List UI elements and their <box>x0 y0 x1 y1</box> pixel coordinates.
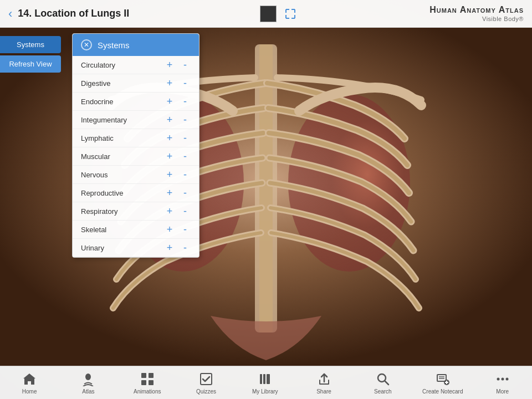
svg-rect-12 <box>263 374 265 384</box>
nav-item-notecard[interactable]: Create Notecard <box>422 371 463 395</box>
back-button[interactable]: ‹ <box>8 7 12 21</box>
system-name: Skeletal <box>81 226 164 234</box>
system-name: Nervous <box>81 171 164 179</box>
system-remove-button[interactable]: - <box>180 78 191 88</box>
system-controls: +- <box>164 133 191 143</box>
system-add-button[interactable]: + <box>164 151 175 161</box>
systems-button[interactable]: Systems <box>0 36 61 53</box>
library-icon <box>257 371 273 387</box>
system-add-button[interactable]: + <box>164 243 175 253</box>
page-title: 14. Location of Lungs II <box>18 8 129 19</box>
system-add-button[interactable]: + <box>164 188 175 198</box>
systems-panel: ✕ Systems Circulatory+-Digestive+-Endocr… <box>72 33 200 258</box>
system-row[interactable]: Endocrine+- <box>73 93 199 111</box>
system-row[interactable]: Integumentary+- <box>73 111 199 129</box>
app-title-sub: Visible Body® <box>429 16 524 23</box>
nav-item-animations[interactable]: Animations <box>128 371 167 395</box>
svg-point-5 <box>85 374 91 380</box>
systems-panel-header: ✕ Systems <box>73 34 199 56</box>
systems-list: Circulatory+-Digestive+-Endocrine+-Integ… <box>73 56 199 257</box>
svg-rect-7 <box>149 373 154 378</box>
app-header: ‹ 14. Location of Lungs II Human Anatomy… <box>0 0 532 28</box>
svg-rect-13 <box>267 374 270 384</box>
system-row[interactable]: Nervous+- <box>73 166 199 184</box>
system-name: Muscular <box>81 152 164 161</box>
system-remove-button[interactable]: - <box>180 151 191 161</box>
bottom-navigation: Home Atlas Animations <box>0 366 532 399</box>
quizzes-icon <box>198 371 214 387</box>
system-name: Lymphatic <box>81 134 164 142</box>
system-controls: +- <box>164 243 191 253</box>
system-row[interactable]: Reproductive+- <box>73 184 199 202</box>
system-add-button[interactable]: + <box>164 224 175 234</box>
svg-rect-6 <box>141 373 146 378</box>
system-remove-button[interactable]: - <box>180 133 191 143</box>
color-swatch[interactable] <box>260 6 277 22</box>
system-controls: +- <box>164 224 191 234</box>
nav-item-library[interactable]: My Library <box>245 371 284 395</box>
nav-item-search[interactable]: Search <box>364 371 402 395</box>
system-remove-button[interactable]: - <box>180 206 191 216</box>
nav-label-quizzes: Quizzes <box>196 388 216 395</box>
system-remove-button[interactable]: - <box>180 60 191 70</box>
nav-label-animations: Animations <box>134 388 161 395</box>
nav-label-home: Home <box>22 388 37 395</box>
system-row[interactable]: Muscular+- <box>73 147 199 166</box>
system-remove-button[interactable]: - <box>180 115 191 125</box>
system-row[interactable]: Urinary+- <box>73 239 199 257</box>
close-icon[interactable]: ✕ <box>81 39 92 50</box>
system-add-button[interactable]: + <box>164 96 175 106</box>
nav-label-search: Search <box>374 388 392 395</box>
system-controls: +- <box>164 78 191 88</box>
system-add-button[interactable]: + <box>164 60 175 70</box>
system-controls: +- <box>164 206 191 216</box>
share-icon <box>316 371 332 387</box>
system-remove-button[interactable]: - <box>180 224 191 234</box>
system-remove-button[interactable]: - <box>180 170 191 180</box>
refresh-view-button[interactable]: Refresh View <box>0 55 61 73</box>
app-title-main: Human Anatomy Atlas <box>429 4 524 15</box>
svg-line-15 <box>385 381 388 385</box>
nav-item-quizzes[interactable]: Quizzes <box>187 371 226 395</box>
nav-item-home[interactable]: Home <box>10 371 49 395</box>
system-name: Respiratory <box>81 207 164 216</box>
atlas-icon <box>80 371 96 387</box>
svg-point-23 <box>501 377 504 380</box>
system-remove-button[interactable]: - <box>180 243 191 253</box>
system-remove-button[interactable]: - <box>180 188 191 198</box>
system-row[interactable]: Skeletal+- <box>73 221 199 239</box>
system-add-button[interactable]: + <box>164 115 175 125</box>
system-row[interactable]: Circulatory+- <box>73 56 199 74</box>
system-controls: +- <box>164 96 191 106</box>
system-add-button[interactable]: + <box>164 133 175 143</box>
system-controls: +- <box>164 60 191 70</box>
system-controls: +- <box>164 170 191 180</box>
system-name: Endocrine <box>81 98 164 106</box>
system-row[interactable]: Lymphatic+- <box>73 129 199 147</box>
svg-rect-8 <box>141 380 146 385</box>
system-row[interactable]: Digestive+- <box>73 74 199 93</box>
system-row[interactable]: Respiratory+- <box>73 202 199 221</box>
system-add-button[interactable]: + <box>164 170 175 180</box>
svg-point-22 <box>497 377 499 380</box>
more-icon <box>495 371 510 387</box>
system-name: Urinary <box>81 244 164 252</box>
system-add-button[interactable]: + <box>164 78 175 88</box>
sidebar: Systems Refresh View <box>0 33 61 75</box>
nav-label-library: My Library <box>252 388 278 395</box>
svg-point-24 <box>505 377 508 380</box>
svg-rect-4 <box>259 44 273 332</box>
search-icon <box>375 371 391 387</box>
header-left: ‹ 14. Location of Lungs II <box>8 7 129 21</box>
nav-item-share[interactable]: Share <box>305 371 344 395</box>
svg-rect-16 <box>437 375 446 381</box>
system-add-button[interactable]: + <box>164 206 175 216</box>
nav-item-more[interactable]: More <box>483 371 522 395</box>
nav-item-atlas[interactable]: Atlas <box>69 371 108 395</box>
system-remove-button[interactable]: - <box>180 96 191 106</box>
system-controls: +- <box>164 188 191 198</box>
expand-icon[interactable] <box>282 6 299 22</box>
app-title: Human Anatomy Atlas Visible Body® <box>429 4 524 22</box>
nav-label-notecard: Create Notecard <box>422 388 463 395</box>
systems-panel-title: Systems <box>98 40 130 50</box>
